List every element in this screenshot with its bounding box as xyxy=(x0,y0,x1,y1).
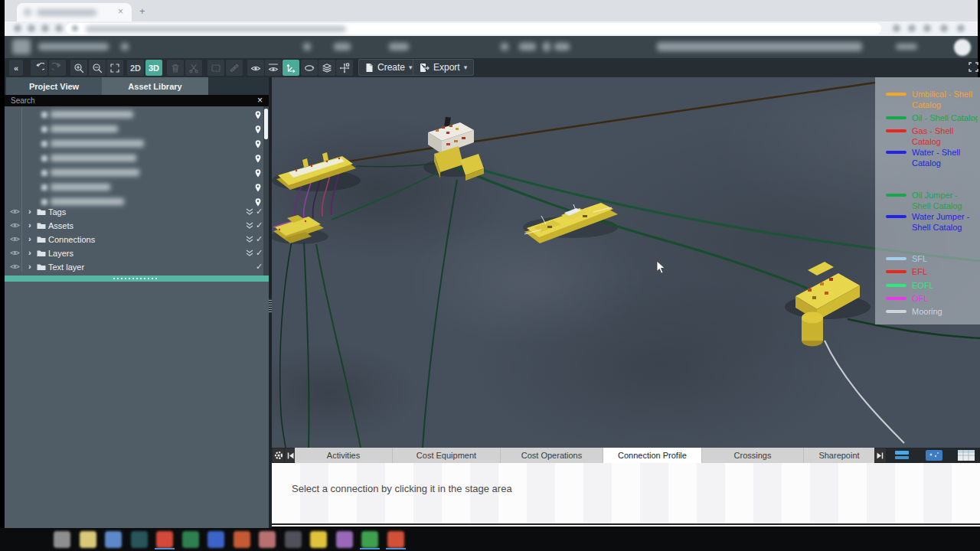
fit-view-button[interactable] xyxy=(106,60,123,76)
home-icon[interactable] xyxy=(55,24,63,32)
extension-icon[interactable] xyxy=(923,24,931,32)
check-icon[interactable]: ✓ xyxy=(256,234,263,244)
tree-folder-tags[interactable]: › Tags ✓ xyxy=(5,205,263,219)
browser-tab[interactable]: × xyxy=(17,3,132,21)
expand-chevron-icon[interactable]: › xyxy=(28,220,31,230)
check-icon[interactable]: ✓ xyxy=(256,262,263,272)
header-control[interactable] xyxy=(389,43,409,51)
reload-icon[interactable] xyxy=(41,24,49,32)
tree-item-redacted[interactable] xyxy=(5,108,269,122)
taskbar-app-icon[interactable] xyxy=(387,531,404,548)
taskbar-app-icon[interactable] xyxy=(105,531,122,548)
layout-grid-icon[interactable] xyxy=(957,449,975,461)
tree-item-redacted[interactable] xyxy=(5,166,269,180)
new-tab-icon[interactable]: + xyxy=(139,5,145,17)
collapse-all-icon[interactable] xyxy=(245,236,254,243)
pin-icon[interactable] xyxy=(254,154,262,163)
visibility-eye-icon[interactable] xyxy=(10,249,20,256)
taskbar-app-icon[interactable] xyxy=(156,531,173,548)
collapse-all-icon[interactable] xyxy=(245,208,254,216)
taskbar-app-icon[interactable] xyxy=(131,531,148,548)
expand-chevron-icon[interactable]: › xyxy=(28,262,31,271)
zoom-in-button[interactable] xyxy=(70,60,87,76)
collapse-all-icon[interactable] xyxy=(245,222,254,230)
expand-chevron-icon[interactable]: › xyxy=(28,248,31,257)
check-icon[interactable]: ✓ xyxy=(256,207,263,217)
tab-cost-equipment[interactable]: Cost Equipment xyxy=(393,448,501,463)
tab-crossings[interactable]: Crossings xyxy=(702,448,804,463)
taskbar-app-icon[interactable] xyxy=(182,531,199,548)
pin-icon[interactable] xyxy=(254,168,262,178)
user-avatar[interactable] xyxy=(954,39,971,56)
layers-button[interactable] xyxy=(318,60,335,76)
stage-3d-viewport[interactable]: Umbilical - Shell Catalog Oil - Shell Ca… xyxy=(272,77,980,448)
delete-button[interactable] xyxy=(167,60,184,76)
taskbar-app-icon[interactable] xyxy=(234,531,250,548)
extension-icon[interactable] xyxy=(893,24,900,32)
hide-button[interactable] xyxy=(265,60,282,76)
pin-icon[interactable] xyxy=(254,110,262,119)
taskbar-app-icon[interactable] xyxy=(361,531,378,548)
mode-3d-button[interactable]: 3D xyxy=(145,60,162,76)
tab-sharepoint[interactable]: Sharepoint xyxy=(804,448,874,463)
forward-icon[interactable] xyxy=(28,24,35,32)
panel-settings-button[interactable] xyxy=(273,448,284,462)
tab-activities[interactable]: Activities xyxy=(295,448,393,463)
header-control[interactable] xyxy=(501,43,508,51)
tab-connection-profile[interactable]: Connection Profile xyxy=(603,448,702,463)
redo-button[interactable] xyxy=(49,60,66,76)
tree-folder-text-layer[interactable]: › Text layer ✓ xyxy=(5,260,263,274)
tree-item-redacted[interactable] xyxy=(5,122,269,136)
taskbar-app-icon[interactable] xyxy=(285,531,302,548)
layout-stage-icon[interactable] xyxy=(925,449,943,461)
search-clear-icon[interactable]: × xyxy=(257,95,263,106)
create-button[interactable]: Create ▾ xyxy=(358,59,420,76)
tree-item-redacted[interactable] xyxy=(5,137,269,151)
pin-icon[interactable] xyxy=(254,139,262,148)
measure-button[interactable] xyxy=(226,60,243,76)
taskbar-app-icon[interactable] xyxy=(310,531,327,548)
tree-item-redacted[interactable] xyxy=(5,181,269,194)
header-control[interactable] xyxy=(303,43,311,51)
visibility-eye-icon[interactable] xyxy=(10,222,20,229)
mode-2d-button[interactable]: 2D xyxy=(127,60,144,76)
visibility-eye-icon[interactable] xyxy=(10,208,20,215)
layout-rows-icon[interactable] xyxy=(893,449,911,461)
tree-folder-connections[interactable]: › Connections ✓ xyxy=(5,233,263,246)
tab-asset-library[interactable]: Asset Library xyxy=(102,77,208,95)
pin-icon[interactable] xyxy=(254,125,262,134)
tree-folder-layers[interactable]: › Layers ✓ xyxy=(5,246,263,260)
tree-scrollbar-thumb[interactable] xyxy=(264,109,268,139)
tab-close-icon[interactable]: × xyxy=(118,6,123,17)
sidebar-splitter[interactable] xyxy=(5,276,269,282)
tab-cost-operations[interactable]: Cost Operations xyxy=(501,448,603,463)
check-icon[interactable]: ✓ xyxy=(256,220,263,230)
fullscreen-button[interactable] xyxy=(968,61,979,76)
taskbar-app-icon[interactable] xyxy=(336,531,353,548)
menu-icon[interactable] xyxy=(957,24,965,32)
show-button[interactable] xyxy=(247,60,264,76)
collapse-all-icon[interactable] xyxy=(245,249,254,257)
marquee-select-button[interactable] xyxy=(207,60,224,76)
url-field[interactable] xyxy=(66,23,881,34)
back-icon[interactable] xyxy=(14,24,21,32)
tab-project-view[interactable]: Project View xyxy=(6,77,102,95)
visibility-eye-icon[interactable] xyxy=(10,236,20,243)
pan-button[interactable] xyxy=(336,60,353,76)
taskbar-app-icon[interactable] xyxy=(54,531,70,548)
zoom-out-button[interactable] xyxy=(89,60,106,76)
export-button[interactable]: Export ▾ xyxy=(413,59,474,76)
header-control[interactable] xyxy=(121,43,129,51)
header-control[interactable] xyxy=(334,43,351,51)
search-input[interactable] xyxy=(11,96,248,106)
taskbar-app-icon[interactable] xyxy=(259,531,276,548)
taskbar-app-icon[interactable] xyxy=(80,531,96,548)
tree-folder-assets[interactable]: › Assets ✓ xyxy=(5,219,263,233)
tree-item-redacted[interactable] xyxy=(5,152,269,165)
profile-icon[interactable] xyxy=(940,24,948,32)
snap-axis-button[interactable] xyxy=(283,60,299,76)
check-icon[interactable]: ✓ xyxy=(256,248,263,258)
undo-button[interactable] xyxy=(31,60,47,76)
header-control[interactable] xyxy=(519,43,536,51)
collapse-sidebar-button[interactable]: « xyxy=(9,60,23,76)
